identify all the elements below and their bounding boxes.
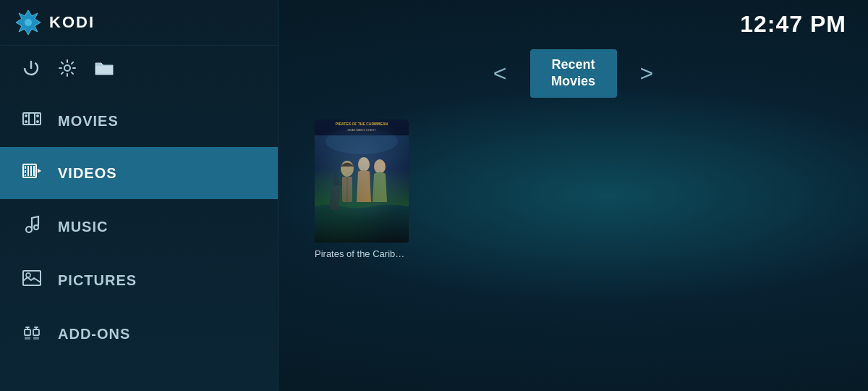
svg-text:PIRATES OF THE CARIBBEAN: PIRATES OF THE CARIBBEAN [336, 122, 388, 126]
svg-rect-15 [25, 175, 26, 176]
svg-point-1 [25, 19, 32, 26]
sidebar-item-label-addons: ADD-ONS [58, 326, 130, 342]
poster-image: PIRATES OF THE CARIBBEAN DEAD MAN'S CHES… [315, 119, 409, 243]
svg-point-22 [26, 273, 30, 277]
section-title-line2: Movies [548, 73, 600, 90]
sidebar-item-label-music: MUSIC [58, 219, 108, 235]
poster-svg: PIRATES OF THE CARIBBEAN DEAD MAN'S CHES… [315, 119, 409, 243]
svg-point-20 [34, 225, 38, 230]
svg-text:DEAD MAN'S CHEST: DEAD MAN'S CHEST [347, 128, 376, 132]
svg-point-9 [36, 120, 39, 123]
prev-section-button[interactable]: < [485, 57, 516, 90]
videos-icon [22, 163, 42, 183]
power-icon[interactable] [22, 59, 41, 82]
svg-point-8 [36, 114, 39, 117]
section-title-box: Recent Movies [530, 49, 617, 98]
svg-rect-23 [25, 329, 30, 335]
svg-rect-14 [25, 170, 26, 173]
svg-rect-16 [27, 166, 29, 176]
folder-icon[interactable] [94, 60, 114, 80]
kodi-logo: KODI [14, 9, 95, 36]
movies-icon [22, 111, 42, 131]
svg-rect-17 [30, 166, 32, 176]
section-title-line1: Recent [548, 56, 600, 73]
sidebar-item-music[interactable]: MUSIC [0, 199, 278, 254]
movie-title-pirates: Pirates of the Caribbea... [315, 248, 409, 259]
svg-point-28 [326, 128, 398, 154]
svg-point-7 [25, 120, 27, 123]
svg-marker-19 [38, 169, 41, 173]
svg-point-4 [64, 65, 70, 71]
sidebar-item-videos[interactable]: VIDEOS [0, 147, 278, 199]
svg-point-6 [25, 114, 27, 117]
svg-rect-11 [34, 113, 35, 125]
svg-point-32 [358, 157, 370, 172]
pictures-icon [22, 270, 42, 290]
svg-point-33 [374, 159, 386, 174]
svg-rect-13 [25, 166, 26, 169]
app-title: KODI [49, 13, 95, 32]
music-icon [22, 215, 42, 238]
nav-menu: MOVIES VIDEOS [0, 95, 278, 391]
svg-rect-25 [25, 337, 30, 340]
svg-rect-10 [28, 113, 30, 125]
sidebar-item-addons[interactable]: ADD-ONS [0, 306, 278, 361]
movie-card-pirates[interactable]: PIRATES OF THE CARIBBEAN DEAD MAN'S CHES… [315, 119, 409, 259]
svg-rect-27 [315, 119, 409, 243]
svg-rect-34 [315, 119, 409, 135]
sidebar-item-label-movies: MOVIES [58, 113, 119, 130]
main-content: 12:47 PM < Recent Movies > [278, 0, 868, 391]
top-icons-bar [0, 46, 278, 95]
svg-rect-18 [33, 166, 35, 176]
sidebar-item-label-videos: VIDEOS [58, 165, 117, 182]
sidebar-item-pictures[interactable]: PICTURES [0, 254, 278, 306]
section-header: < Recent Movies > [300, 49, 846, 98]
svg-rect-24 [33, 329, 39, 335]
sidebar: KODI [0, 0, 278, 391]
addons-icon [22, 322, 42, 345]
sidebar-item-movies[interactable]: MOVIES [0, 95, 278, 147]
svg-point-29 [341, 161, 354, 177]
settings-icon[interactable] [58, 59, 77, 82]
app-header: KODI [0, 0, 278, 46]
sidebar-item-label-pictures: PICTURES [58, 272, 137, 289]
kodi-icon [14, 9, 42, 36]
svg-rect-26 [33, 337, 39, 340]
next-section-button[interactable]: > [631, 57, 663, 90]
svg-rect-30 [342, 177, 352, 202]
movies-grid: PIRATES OF THE CARIBBEAN DEAD MAN'S CHES… [315, 119, 846, 259]
movie-poster-pirates: PIRATES OF THE CARIBBEAN DEAD MAN'S CHES… [315, 119, 409, 243]
clock: 12:47 PM [740, 11, 846, 38]
